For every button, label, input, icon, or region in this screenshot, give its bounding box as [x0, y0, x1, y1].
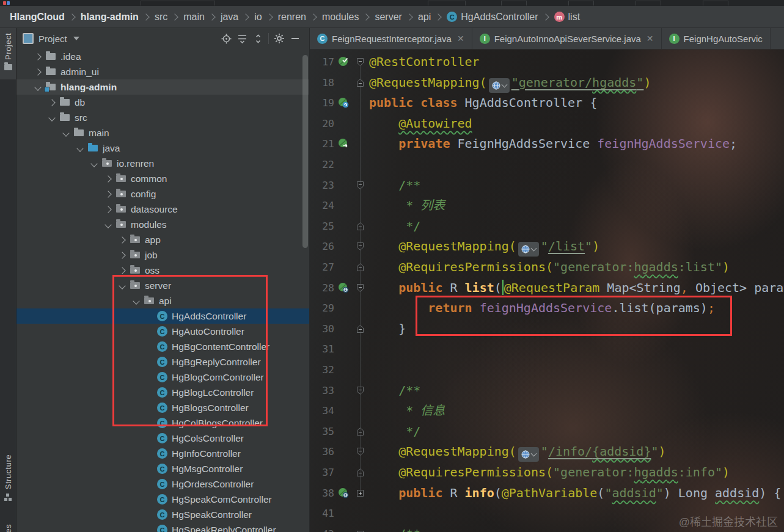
tree-item-datasource[interactable]: datasource [16, 202, 310, 217]
expand-all-icon[interactable] [234, 31, 250, 46]
tree-item-HgBlogLcController[interactable]: CHgBlogLcController [16, 385, 310, 400]
code-line-35[interactable]: */ [369, 421, 420, 442]
tree-item-hlang-admin[interactable]: hlang-admin [16, 79, 310, 95]
chevron-down-icon[interactable] [133, 297, 139, 304]
tree-item-.idea[interactable]: .idea [16, 49, 310, 64]
code-line-17[interactable]: @RestController [369, 52, 480, 73]
breadcrumb-item-api[interactable]: api [417, 12, 432, 23]
toolwindow-tab-partial[interactable]: es [0, 524, 16, 532]
code-line-21[interactable]: private FeignHgAddsService feignHgAddsSe… [369, 134, 737, 155]
code-line-19[interactable]: public class HgAddsController { [369, 93, 597, 114]
chevron-right-icon[interactable] [48, 99, 55, 106]
chevron-right-icon[interactable] [104, 206, 111, 213]
code-line-27[interactable]: @RequiresPermissions("generator:hgadds:l… [369, 257, 730, 278]
tree-item-HgBlogComController[interactable]: CHgBlogComController [16, 370, 310, 385]
code-line-42[interactable]: /** [369, 524, 420, 532]
tree-item-HgMsgController[interactable]: CHgMsgController [16, 461, 310, 476]
breadcrumb-item-src[interactable]: src [153, 12, 169, 23]
breadcrumb-item-hlang-admin[interactable]: hlang-admin [79, 12, 140, 23]
code-line-33[interactable]: /** [369, 381, 420, 401]
fold-marker-up-icon[interactable] [356, 222, 364, 233]
fold-marker-down-icon[interactable] [356, 242, 364, 253]
fold-marker-down-icon[interactable] [356, 386, 364, 398]
tree-item-api[interactable]: api [16, 293, 310, 308]
breadcrumb-item-list[interactable]: mlist [553, 12, 582, 23]
project-scrollbar[interactable] [302, 55, 308, 248]
tree-item-HgBgReplyController[interactable]: CHgBgReplyController [16, 354, 310, 370]
tree-item-job[interactable]: job [16, 247, 310, 263]
tree-item-HgAutoController[interactable]: CHgAutoController [16, 324, 310, 339]
fold-marker-up-icon[interactable] [356, 78, 364, 90]
code-line-25[interactable]: */ [369, 216, 420, 237]
breadcrumb-item-renren[interactable]: renren [277, 12, 307, 23]
tree-item-modules[interactable]: modules [16, 217, 310, 232]
fold-marker-plus-icon[interactable] [356, 530, 364, 532]
tree-item-HgBgContentController[interactable]: CHgBgContentController [16, 339, 310, 354]
minimize-icon[interactable] [287, 31, 303, 46]
code-line-36[interactable]: @RequestMapping("/info/{addsid}") [369, 442, 666, 462]
tree-item-config[interactable]: config [16, 186, 310, 202]
request-mapping-globe-dropdown[interactable] [518, 447, 539, 462]
locate-icon[interactable] [218, 31, 234, 46]
tree-item-HgSpeakComController[interactable]: CHgSpeakComController [16, 492, 310, 507]
code-line-29[interactable]: return feignHgAddsService.list(params); [369, 298, 715, 319]
chevron-down-icon[interactable] [34, 84, 41, 90]
tree-item-server[interactable]: server [16, 278, 310, 293]
editor-tab-FeignHgAutoServic[interactable]: IFeignHgAutoServic [662, 28, 771, 49]
editor-tab-FeignRequestInterceptor.java[interactable]: CFeignRequestInterceptor.java✕ [310, 28, 472, 49]
spring-autowired-icon[interactable] [338, 138, 349, 149]
code-line-20[interactable]: @Autowired [369, 114, 472, 134]
breadcrumb-item-server[interactable]: server [373, 12, 403, 23]
request-mapping-globe-dropdown[interactable] [518, 242, 539, 257]
tree-item-db[interactable]: db [16, 95, 310, 110]
tree-item-HgOrdersController[interactable]: CHgOrdersController [16, 476, 310, 492]
chevron-down-icon[interactable] [48, 114, 55, 121]
code-line-24[interactable]: * 列表 [369, 195, 445, 216]
tree-item-HgAddsController[interactable]: CHgAddsController [16, 308, 310, 324]
chevron-right-icon[interactable] [104, 175, 111, 182]
fold-marker-down-icon[interactable] [356, 181, 364, 192]
fold-marker-plus-icon[interactable] [356, 489, 364, 500]
tree-item-common[interactable]: common [16, 171, 310, 186]
close-icon[interactable]: ✕ [457, 34, 464, 43]
code-area[interactable]: 17@RestController18@RequestMapping("gene… [310, 28, 784, 532]
chevron-right-icon[interactable] [34, 68, 41, 75]
chevron-right-icon[interactable] [119, 267, 125, 274]
tree-item-HgSpeakController[interactable]: CHgSpeakController [16, 507, 310, 522]
code-line-34[interactable]: * 信息 [369, 401, 445, 421]
breadcrumb-item-hlangcloud[interactable]: HlangCloud [9, 12, 66, 23]
request-mapping-globe-dropdown[interactable] [489, 78, 510, 93]
chevron-down-icon[interactable] [104, 221, 111, 228]
chevron-down-icon[interactable] [119, 282, 125, 289]
chevron-right-icon[interactable] [104, 191, 111, 197]
tree-item-app[interactable]: app [16, 232, 310, 247]
breadcrumb-item-hgaddscontroller[interactable]: CHgAddsController [445, 12, 539, 23]
fold-marker-up-icon[interactable] [356, 324, 364, 336]
spring-bean-icon[interactable] [338, 97, 349, 108]
fold-marker-down-icon[interactable] [356, 447, 364, 459]
fold-marker-down-icon[interactable] [356, 283, 364, 295]
toolwindow-tab-structure[interactable]: Structure [0, 450, 16, 510]
code-line-37[interactable]: @RequiresPermissions("generator:hgadds:i… [369, 462, 730, 483]
close-icon[interactable]: ✕ [647, 34, 654, 43]
tree-item-oss[interactable]: oss [16, 263, 310, 278]
code-line-28[interactable]: public R list(@RequestParam Map<String, … [369, 278, 784, 299]
chevron-right-icon[interactable] [34, 53, 41, 60]
tree-item-io.renren[interactable]: io.renren [16, 156, 310, 171]
tree-item-HgSpeakReplyController[interactable]: CHgSpeakReplyController [16, 522, 310, 532]
breadcrumb-item-io[interactable]: io [253, 12, 263, 23]
breadcrumb-item-modules[interactable]: modules [321, 12, 360, 23]
chevron-down-icon[interactable] [62, 129, 69, 136]
tree-item-HgColsController[interactable]: CHgColsController [16, 431, 310, 446]
breadcrumb-item-main[interactable]: main [182, 12, 206, 23]
spring-mapping-icon[interactable] [338, 487, 349, 498]
code-line-26[interactable]: @RequestMapping("/list") [369, 236, 599, 257]
fold-marker-up-icon[interactable] [356, 427, 364, 439]
code-line-30[interactable]: } [369, 319, 406, 340]
tree-item-HgBlogsController[interactable]: CHgBlogsController [16, 400, 310, 415]
editor-tab-FeignAutoInnoApiSeverService.java[interactable]: IFeignAutoInnoApiSeverService.java✕ [472, 28, 662, 49]
tree-item-admin_ui[interactable]: admin_ui [16, 64, 310, 79]
tree-item-java[interactable]: java [16, 140, 310, 156]
tree-item-HgColBlogsController[interactable]: CHgColBlogsController [16, 415, 310, 431]
fold-marker-up-icon[interactable] [356, 468, 364, 479]
